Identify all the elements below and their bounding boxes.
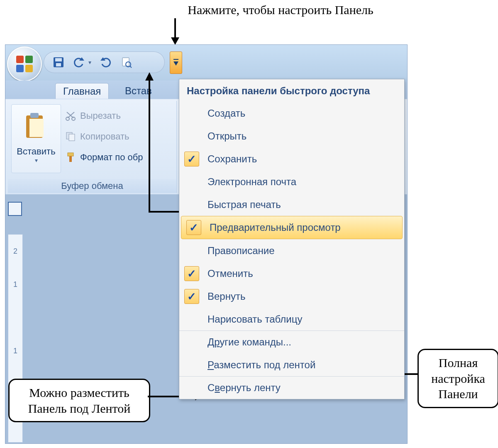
callout-right-line2: настройка	[426, 371, 490, 387]
menu-check: ✓	[181, 220, 206, 235]
customize-qat-menu: Настройка панели быстрого доступа Создат…	[179, 79, 405, 399]
ribbon-group-clipboard: Вставить ▾ Вырезать Копировать	[8, 101, 177, 193]
menu-item-label: Предварительный просмотр	[206, 222, 402, 233]
callout-right-line3: Панели	[426, 386, 490, 402]
group-caption-clipboard: Буфер обмена	[8, 179, 176, 193]
callout-right-line1: Полная	[426, 355, 490, 371]
menu-check: ✓	[179, 152, 204, 166]
menu-item-12[interactable]: Свернуть ленту	[179, 376, 404, 399]
menu-item-2[interactable]: ✓Сохранить	[179, 147, 404, 170]
paste-button[interactable]: Вставить ▾	[11, 104, 61, 173]
undo-icon[interactable]	[73, 56, 86, 69]
svg-rect-26	[69, 156, 72, 162]
title-bar: ▾	[5, 45, 407, 81]
menu-header: Настройка панели быстрого доступа	[179, 79, 404, 102]
menu-item-label: Сохранить	[204, 153, 404, 165]
format-label: Формат по обр	[80, 152, 143, 163]
svg-rect-8	[56, 63, 61, 66]
callout-left: Можно разместить Панель под Лентой	[8, 379, 150, 422]
menu-item-0[interactable]: Создать	[179, 102, 404, 125]
undo-dropdown-icon[interactable]: ▾	[88, 59, 91, 66]
svg-rect-18	[30, 113, 39, 118]
svg-rect-24	[69, 134, 75, 141]
ruler-tick: 1	[8, 280, 22, 289]
menu-item-label: Другие команды...	[204, 336, 404, 348]
checkmark-icon: ✓	[184, 266, 199, 281]
redo-icon[interactable]	[99, 56, 112, 69]
svg-rect-4	[16, 65, 24, 72]
scissors-icon	[65, 110, 76, 121]
menu-item-label: Нарисовать таблицу	[204, 313, 404, 325]
menu-item-label: Правописание	[204, 245, 404, 257]
svg-rect-7	[55, 58, 62, 61]
menu-item-11[interactable]: Разместить под лентой	[179, 353, 404, 376]
svg-rect-17	[29, 119, 44, 137]
format-painter-icon	[65, 152, 76, 163]
menu-item-4[interactable]: Быстрая печать	[179, 193, 404, 216]
menu-item-3[interactable]: Электронная почта	[179, 170, 404, 193]
callout-left-line2: Панель под Лентой	[17, 401, 142, 416]
menu-item-label: Вернуть	[204, 291, 404, 302]
callout-left-line1: Можно разместить	[17, 385, 142, 401]
format-painter-button[interactable]: Формат по обр	[65, 148, 143, 166]
menu-item-7[interactable]: ✓Отменить	[179, 262, 404, 285]
menu-item-10[interactable]: Другие команды...	[179, 330, 404, 353]
menu-item-label: Свернуть ленту	[204, 382, 404, 394]
paste-icon	[24, 111, 49, 140]
menu-item-8[interactable]: ✓Вернуть	[179, 285, 404, 308]
menu-item-label: Разместить под лентой	[204, 359, 404, 371]
arrow-top	[169, 18, 182, 46]
cut-button[interactable]: Вырезать	[65, 107, 121, 125]
menu-item-5[interactable]: ✓Предварительный просмотр	[181, 216, 403, 239]
svg-rect-14	[173, 59, 178, 60]
svg-marker-1	[171, 37, 179, 45]
cut-label: Вырезать	[80, 110, 121, 121]
menu-item-label: Создать	[204, 108, 404, 119]
save-icon[interactable]	[52, 56, 65, 69]
ruler-tick: 1	[8, 347, 22, 355]
paste-dropdown-icon[interactable]: ▾	[12, 157, 61, 164]
customize-qat-button[interactable]	[170, 51, 182, 74]
copy-icon	[65, 131, 76, 142]
menu-item-1[interactable]: Открыть	[179, 125, 404, 147]
tab-home[interactable]: Главная	[55, 83, 109, 99]
checkmark-icon: ✓	[186, 220, 201, 235]
menu-item-label: Электронная почта	[204, 176, 404, 188]
checkmark-icon: ✓	[184, 152, 199, 166]
svg-rect-25	[68, 153, 73, 156]
menu-item-label: Отменить	[204, 268, 404, 279]
office-logo-icon	[15, 55, 34, 73]
customize-dropdown-icon	[173, 58, 179, 67]
menu-item-9[interactable]: Нарисовать таблицу	[179, 308, 404, 330]
menu-check: ✓	[179, 289, 204, 304]
svg-rect-5	[25, 65, 33, 72]
copy-button[interactable]: Копировать	[65, 127, 129, 146]
annotation-top: Нажмите, чтобы настроить Панель	[148, 2, 413, 17]
office-button[interactable]	[7, 47, 42, 81]
menu-item-label: Быстрая печать	[204, 199, 404, 211]
tab-insert[interactable]: Встав	[117, 83, 159, 99]
svg-marker-15	[173, 61, 178, 66]
print-preview-icon[interactable]	[120, 56, 133, 69]
ruler-tick: 2	[8, 247, 22, 256]
menu-item-6[interactable]: Правописание	[179, 239, 404, 262]
menu-item-label: Открыть	[204, 130, 404, 142]
copy-label: Копировать	[80, 131, 129, 142]
checkmark-icon: ✓	[184, 289, 199, 304]
paste-label: Вставить	[12, 146, 61, 157]
ruler-corner[interactable]	[8, 202, 22, 216]
callout-right: Полная настройка Панели	[417, 349, 498, 408]
svg-rect-2	[16, 56, 24, 63]
svg-line-13	[130, 66, 132, 68]
quick-access-toolbar: ▾	[44, 51, 165, 73]
menu-check: ✓	[179, 266, 204, 281]
svg-rect-3	[25, 56, 33, 63]
